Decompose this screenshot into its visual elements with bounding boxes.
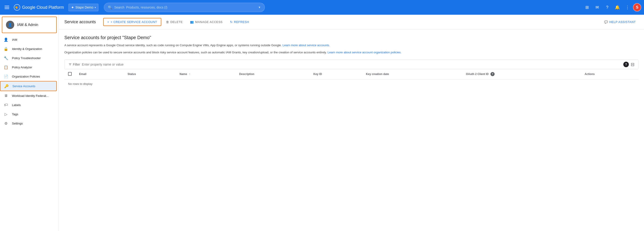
- table-body: No rows to display: [64, 79, 638, 88]
- tags-icon: ▷: [4, 112, 8, 116]
- sort-asc-icon[interactable]: ↑: [189, 73, 190, 76]
- manage-access-btn-label: MANAGE ACCESS: [195, 20, 222, 24]
- no-rows-row: No rows to display: [64, 79, 638, 88]
- delete-icon: 🗑: [166, 20, 169, 24]
- project-selector[interactable]: ✦ Stape Demo ▾: [68, 4, 98, 11]
- sidebar-item-policy-analyzer-label: Policy Analyzer: [12, 66, 32, 69]
- th-oauth2-client-id: OAuth 2 Client ID ?: [462, 69, 581, 79]
- brand-logo: Google Cloud Platform: [14, 4, 64, 11]
- chat-icon-btn[interactable]: ✉: [592, 3, 602, 12]
- table-header-row: Email Status Name ↑ Description: [64, 69, 638, 79]
- page-header: Service accounts + + CREATE SERVICE ACCO…: [59, 15, 644, 30]
- delete-btn-label: DELETE: [170, 20, 183, 24]
- plus-icon: +: [107, 20, 109, 24]
- filter-help-icon[interactable]: ?: [623, 62, 629, 67]
- sidebar-item-iam-label: IAM: [12, 38, 17, 41]
- hamburger-menu[interactable]: [3, 4, 11, 11]
- th-description-label: Description: [239, 73, 254, 76]
- no-rows-message: No rows to display: [64, 79, 638, 88]
- sidebar-item-identity-org[interactable]: 🔒 Identity & Organization: [0, 44, 57, 53]
- nav-right-icons: ⊞ ✉ ? 🔔 ⋮ S: [582, 3, 641, 12]
- filter-actions: ? ⊟: [623, 62, 634, 67]
- grid-icon-btn[interactable]: ⊞: [582, 3, 592, 12]
- table-header: Email Status Name ↑ Description: [64, 69, 638, 79]
- sidebar-item-policy-troubleshooter[interactable]: 🔧 Policy Troubleshooter: [0, 53, 57, 63]
- sidebar-item-labels[interactable]: 🏷 Labels: [0, 100, 57, 110]
- th-key-creation-date-label: Key creation date: [366, 73, 389, 76]
- org-policies-icon: 📄: [4, 74, 8, 79]
- select-all-checkbox[interactable]: [68, 72, 72, 76]
- refresh-button[interactable]: ↻ REFRESH: [227, 19, 252, 26]
- refresh-icon: ↻: [230, 20, 233, 24]
- sidebar-item-iam[interactable]: 👤 IAM: [0, 35, 57, 44]
- delete-button[interactable]: 🗑 DELETE: [163, 19, 186, 26]
- sidebar: 👤 IAM & Admin 👤 IAM 🔒 Identity & Organiz…: [0, 15, 59, 231]
- sidebar-item-service-accounts-label: Service Accounts: [12, 84, 36, 88]
- create-service-account-button[interactable]: + + CREATE SERVICE ACCOUNT: [103, 18, 161, 26]
- identity-org-icon: 🔒: [4, 47, 8, 51]
- policy-analyzer-icon: 📋: [4, 65, 8, 70]
- header-actions: + + CREATE SERVICE ACCOUNT 🗑 DELETE 👥 MA…: [103, 18, 252, 26]
- sidebar-item-workload-identity[interactable]: 🖥 Workload Identity Federat...: [0, 91, 57, 100]
- sidebar-item-org-policies[interactable]: 📄 Organization Policies: [0, 72, 57, 81]
- page-title: Service accounts: [64, 20, 96, 24]
- th-actions: Actions: [581, 69, 638, 79]
- help-assistant-button[interactable]: 💬 HELP ASSISTANT: [602, 19, 638, 26]
- th-status-label: Status: [128, 73, 136, 76]
- search-input[interactable]: [114, 6, 258, 9]
- search-icon: 🔍: [108, 5, 112, 10]
- th-key-creation-date: Key creation date: [362, 69, 462, 79]
- settings-icon: ⚙: [4, 121, 8, 126]
- manage-access-button[interactable]: 👥 MANAGE ACCESS: [187, 19, 226, 26]
- sidebar-item-settings[interactable]: ⚙ Settings: [0, 119, 57, 128]
- help-assistant-btn-label: HELP ASSISTANT: [609, 20, 636, 24]
- sidebar-nav: 👤 IAM 🔒 Identity & Organization 🔧 Policy…: [0, 35, 58, 128]
- description-paragraph-1: A service account represents a Google Cl…: [64, 43, 638, 48]
- sidebar-item-labels-label: Labels: [12, 103, 21, 107]
- columns-icon[interactable]: ⊟: [631, 62, 634, 67]
- th-key-id-label: Key ID: [314, 73, 322, 76]
- search-bar[interactable]: 🔍 ▼: [104, 3, 265, 12]
- sidebar-item-org-policies-label: Organization Policies: [12, 75, 40, 78]
- th-description: Description: [236, 69, 310, 79]
- sidebar-item-workload-identity-label: Workload Identity Federat...: [12, 94, 48, 98]
- nav-left: Google Cloud Platform ✦ Stape Demo ▾: [3, 4, 98, 11]
- sidebar-header-title: IAM & Admin: [17, 23, 38, 27]
- select-all-checkbox-cell: [64, 69, 76, 79]
- main-content: Service accounts + + CREATE SERVICE ACCO…: [59, 15, 644, 231]
- sidebar-item-policy-analyzer[interactable]: 📋 Policy Analyzer: [0, 63, 57, 72]
- th-actions-label: Actions: [584, 73, 594, 76]
- learn-more-link-1[interactable]: Learn more about service accounts.: [282, 44, 330, 47]
- th-email: Email: [76, 69, 124, 79]
- learn-more-link-2[interactable]: Learn more about service account organiz…: [328, 51, 402, 54]
- th-name-label: Name: [180, 73, 187, 76]
- create-btn-label: + CREATE SERVICE ACCOUNT: [110, 20, 157, 24]
- filter-input[interactable]: [82, 63, 622, 66]
- search-expand-icon: ▼: [258, 6, 261, 9]
- oauth2-help-icon[interactable]: ?: [490, 72, 494, 76]
- manage-access-icon: 👥: [190, 20, 194, 24]
- th-key-id: Key ID: [310, 69, 362, 79]
- section-title: Service accounts for project "Stape Demo…: [64, 35, 638, 40]
- description-paragraph-2: Organization policies can be used to sec…: [64, 50, 638, 55]
- sidebar-item-tags[interactable]: ▷ Tags: [0, 110, 57, 119]
- notifications-icon-btn[interactable]: 🔔: [613, 3, 622, 12]
- filter-label: Filter: [73, 63, 80, 66]
- sidebar-item-tags-label: Tags: [12, 113, 18, 116]
- sidebar-item-settings-label: Settings: [12, 122, 23, 125]
- filter-bar: Filter ? ⊟: [64, 60, 638, 69]
- chevron-down-icon: ▾: [95, 6, 96, 9]
- help-icon-btn[interactable]: ?: [603, 3, 612, 12]
- more-options-icon-btn[interactable]: ⋮: [623, 3, 632, 12]
- brand-name: Google Cloud Platform: [22, 5, 64, 10]
- iam-icon: 👤: [4, 37, 8, 42]
- filter-icon: Filter: [68, 63, 80, 66]
- th-status: Status: [124, 69, 176, 79]
- th-name: Name ↑: [176, 69, 235, 79]
- th-email-label: Email: [79, 73, 86, 76]
- sidebar-item-service-accounts[interactable]: 🔑 Service Accounts: [0, 81, 57, 91]
- refresh-btn-label: REFRESH: [234, 20, 249, 24]
- user-avatar[interactable]: S: [633, 3, 641, 12]
- labels-icon: 🏷: [4, 103, 8, 107]
- workload-identity-icon: 🖥: [4, 93, 8, 98]
